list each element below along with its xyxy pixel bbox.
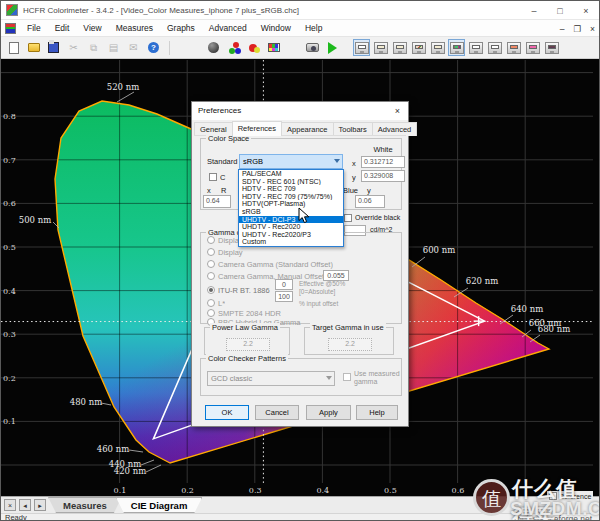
view-button-2-doc[interactable] [372, 39, 389, 56]
menu-edit[interactable]: Edit [48, 21, 77, 35]
white-x-field[interactable]: 0.312712 [361, 156, 405, 168]
capture-button[interactable] [304, 39, 321, 56]
dropdown-option-6[interactable]: UHDTV - DCI-P3 [239, 216, 343, 224]
menu-view[interactable]: View [76, 21, 108, 35]
use-measured-gamma-checkbox[interactable] [343, 373, 351, 381]
dropdown-option-0[interactable]: PAL/SECAM [239, 170, 343, 178]
blue-header: Blue [343, 186, 358, 195]
view-button-5-doc[interactable] [429, 39, 446, 56]
maximize-button[interactable]: □ [547, 1, 573, 20]
menu-graphs[interactable]: Graphs [160, 21, 202, 35]
override-black-checkbox[interactable] [344, 214, 352, 222]
power-law-gamma-field[interactable]: 2.2 [226, 338, 270, 351]
dropdown-option-9[interactable]: Custom [239, 238, 343, 246]
tab-cie-diagram[interactable]: CIE Diagram [116, 497, 203, 513]
color-checker-combobox[interactable]: GCD classic [207, 371, 335, 386]
dialog-tab-appearance[interactable]: Appearance [281, 122, 333, 136]
measure-rgb-button[interactable] [225, 39, 242, 56]
menu-advanced[interactable]: Advanced [202, 21, 254, 35]
mdi-restore-button[interactable]: ❐ [573, 24, 581, 34]
view-button-3-doc[interactable] [391, 39, 408, 56]
dialog-close-icon[interactable]: × [390, 104, 405, 118]
blue-y-field[interactable]: 0.06 [355, 195, 385, 208]
power-law-gamma-label: Power Law Gamma [210, 323, 280, 332]
radio-camera-standard[interactable]: Camera Gamma (Standard Offset) [207, 260, 333, 269]
view-button-8-blank[interactable] [486, 39, 503, 56]
radio-selected-icon [207, 286, 215, 294]
measure-grayscale-button[interactable] [205, 39, 222, 56]
itu-offset-field[interactable]: 0 [275, 279, 293, 290]
status-text: Ready [5, 513, 27, 521]
open-file-button[interactable] [25, 39, 42, 56]
dropdown-option-7[interactable]: UHDTV - Rec2020 [239, 223, 343, 231]
dialog-tab-references[interactable]: References [232, 121, 282, 136]
dropdown-option-8[interactable]: UHDTV - Rec2020/P3 [239, 231, 343, 239]
menu-help[interactable]: Help [298, 21, 329, 35]
preferences-dialog: Preferences × GeneralReferencesAppearanc… [191, 101, 409, 427]
tab-scroll-right-button[interactable]: ▸ [34, 499, 46, 511]
menu-file[interactable]: File [20, 21, 48, 35]
radio-lstar[interactable]: L* [207, 299, 225, 308]
svg-text:0.3: 0.3 [3, 330, 16, 339]
view-button-10-stripes2[interactable] [524, 39, 541, 56]
minimize-button[interactable]: – [521, 1, 547, 20]
apply-button[interactable]: Apply [306, 405, 351, 420]
ok-button[interactable]: OK [205, 405, 249, 420]
tab-measures[interactable]: Measures [48, 497, 122, 513]
dropdown-option-2[interactable]: HDTV - REC 709 [239, 185, 343, 193]
red-x-field[interactable]: 0.64 [203, 195, 231, 208]
dropdown-option-4[interactable]: HDTV(OPT-Plasma) [239, 200, 343, 208]
standard-label: Standard [207, 157, 237, 166]
red-x-header: x [207, 186, 211, 195]
view-button-9-stripes[interactable] [505, 39, 522, 56]
radio-display-gamma-2[interactable]: Display [207, 248, 253, 257]
dialog-tab-toolbars[interactable]: Toolbars [333, 122, 373, 136]
help-button[interactable]: ? [145, 39, 162, 56]
white-y-label: y [352, 173, 356, 182]
radio-icon [207, 272, 215, 280]
camera-icon [306, 43, 319, 52]
close-button[interactable]: × [573, 1, 599, 20]
mdi-minimize-button[interactable]: – [560, 24, 565, 34]
view-button-7-blank[interactable] [467, 39, 484, 56]
help-button-dialog[interactable]: Help [356, 405, 398, 420]
cancel-button[interactable]: Cancel [255, 405, 299, 420]
cut-button[interactable]: ✂ [65, 39, 82, 56]
red-header: R [221, 186, 226, 195]
view-button-4-chart[interactable] [410, 39, 427, 56]
copy-button[interactable]: ⧉ [85, 39, 102, 56]
dropdown-option-3[interactable]: HDTV - REC 709 (75%/75%) [239, 193, 343, 201]
save-button[interactable] [45, 39, 62, 56]
white-label: White [361, 145, 405, 154]
view-button-11-dark[interactable] [543, 39, 560, 56]
view-button-6-cie[interactable] [448, 39, 465, 56]
print-button[interactable]: ✉ [125, 39, 142, 56]
target-gamma-field[interactable]: 2.2 [328, 338, 372, 351]
radio-icon [207, 248, 215, 256]
new-file-button[interactable] [5, 39, 22, 56]
tab-close-button[interactable]: × [4, 499, 16, 511]
measure-primaries-button[interactable] [245, 39, 262, 56]
radio-smpte2084[interactable]: SMPTE 2084 HDR [207, 309, 281, 318]
dialog-tab-advanced[interactable]: Advanced [372, 122, 417, 136]
radio-itu-bt1886[interactable]: ITU-R BT. 1886 [207, 286, 270, 295]
dropdown-option-5[interactable]: sRGB [239, 208, 343, 216]
run-measures-button[interactable] [324, 39, 341, 56]
mdi-close-button[interactable]: × [590, 24, 595, 34]
menu-window[interactable]: Window [254, 21, 298, 35]
color-checker-button[interactable] [265, 39, 282, 56]
itu-range-field[interactable]: 100 [275, 291, 293, 302]
wavelength-label: 640 nm [511, 304, 543, 314]
color-space-checkbox[interactable] [209, 173, 217, 181]
dialog-title-bar[interactable]: Preferences × [192, 102, 408, 120]
chevron-down-icon [334, 159, 340, 163]
monitor-icon [545, 42, 559, 54]
paste-button[interactable]: ▤ [105, 39, 122, 56]
cut-icon: ✂ [69, 42, 77, 53]
white-y-field[interactable]: 0.329008 [361, 170, 405, 182]
dropdown-option-1[interactable]: SDTV - REC 601 (NTSC) [239, 178, 343, 186]
menu-measures[interactable]: Measures [109, 21, 160, 35]
tab-scroll-left-button[interactable]: ◂ [19, 499, 31, 511]
view-button-1-blank[interactable] [353, 39, 370, 56]
standard-combobox[interactable]: sRGB [239, 154, 343, 169]
